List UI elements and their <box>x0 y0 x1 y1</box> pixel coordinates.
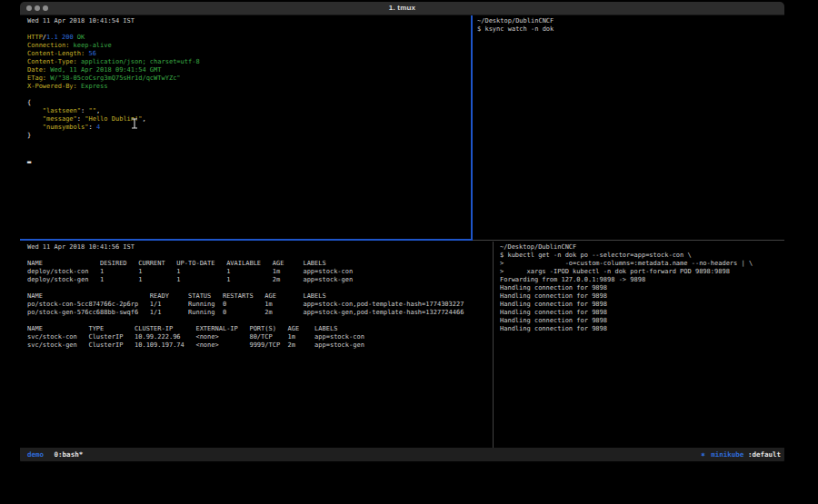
pane-ksync-watch[interactable]: ~/Desktop/DublinCNCF$ ksync watch -n dok <box>474 15 784 239</box>
terminal-line: > -o=custom-columns=:metadata.name --no-… <box>500 260 784 268</box>
terminal-line: deploy/stock-gen 1 1 1 1 2m app=stock-ge… <box>27 276 492 284</box>
kube-context: minikube <box>711 450 743 459</box>
close-button-icon[interactable] <box>26 5 32 11</box>
terminal-line: } <box>27 132 471 140</box>
terminal-line: Date: Wed, 11 Apr 2018 09:41:54 GMT <box>27 66 471 74</box>
terminal-line <box>27 140 471 148</box>
terminal-line: Handling connection for 9898 <box>500 317 784 325</box>
window-title: 1. tmux <box>20 2 784 15</box>
window-list-item[interactable]: 0:bash* <box>55 450 84 459</box>
minimize-button-icon[interactable] <box>35 5 40 11</box>
terminal-line: Handling connection for 9898 <box>500 301 784 309</box>
pane-http-response[interactable]: Wed 11 Apr 2018 10:41:54 IST HTTP/1.1 20… <box>20 15 471 239</box>
window-titlebar[interactable]: 1. tmux <box>20 2 784 15</box>
pane-divider-horizontal-active[interactable] <box>20 239 473 241</box>
terminal-line <box>27 91 471 99</box>
terminal-line: { <box>27 99 471 107</box>
terminal-line: X-Powered-By: Express <box>27 83 471 91</box>
terminal-line: Forwarding from 127.0.0.1:9898 -> 9898 <box>500 276 784 284</box>
terminal-line: NAME DESIRED CURRENT UP-TO-DATE AVAILABL… <box>27 260 492 268</box>
kube-namespace: :default <box>748 450 781 459</box>
terminal-line: Handling connection for 9898 <box>500 292 784 301</box>
terminal-line: Handling connection for 9898 <box>500 284 784 292</box>
terminal-line: ~/Desktop/DublinCNCF <box>477 17 784 25</box>
terminal-line: NAME TYPE CLUSTER-IP EXTERNAL-IP PORT(S)… <box>27 325 492 333</box>
pane-port-forward[interactable]: ~/Desktop/DublinCNCF$ kubectl get -n dok… <box>496 242 784 448</box>
terminal-line: Handling connection for 9898 <box>500 309 784 317</box>
terminal-line: "numsymbols": 4 <box>27 124 471 132</box>
terminal-line <box>27 317 492 325</box>
terminal-line: Content-Type: application/json; charset=… <box>27 58 471 66</box>
terminal-line: $ ksync watch -n dok <box>477 25 784 34</box>
terminal-line: HTTP/1.1 200 OK <box>27 34 471 42</box>
pane-kubectl-resources[interactable]: Wed 11 Apr 2018 10:41:56 IST NAME DESIRE… <box>20 242 492 448</box>
pane-divider-vertical-top[interactable] <box>471 15 473 239</box>
session-name: demo <box>27 450 44 459</box>
terminal-line: svc/stock-con ClusterIP 10.99.222.96 <no… <box>27 333 492 341</box>
terminal-line <box>27 252 492 260</box>
status-left: demo 0:bash* <box>27 448 83 461</box>
tmux-status-bar: demo 0:bash* ⎈ minikube :default <box>20 448 784 461</box>
terminal-line: NAME READY STATUS RESTARTS AGE LABELS <box>27 292 492 301</box>
terminal-line: "lastseen": "", <box>27 107 471 115</box>
tmux-screen: Wed 11 Apr 2018 10:41:54 IST HTTP/1.1 20… <box>20 15 784 448</box>
terminal-line <box>27 284 492 292</box>
terminal-line: ▂ <box>27 156 471 164</box>
terminal-line: > xargs -IPOD kubectl -n dok port-forwar… <box>500 268 784 276</box>
pane-divider-vertical-bottom[interactable] <box>493 242 494 448</box>
traffic-lights <box>26 5 48 11</box>
terminal-window: 1. tmux Wed 11 Apr 2018 10:41:54 IST HTT… <box>20 2 784 463</box>
terminal-line: $ kubectl get -n dok po --selector=app=s… <box>500 252 784 260</box>
terminal-line: Content-Length: 56 <box>27 50 471 58</box>
terminal-line <box>27 148 471 156</box>
text-cursor-pointer <box>131 115 138 126</box>
terminal-line: po/stock-gen-576cc688bb-swqf6 1/1 Runnin… <box>27 309 492 317</box>
kubernetes-helm-icon: ⎈ <box>701 450 705 459</box>
terminal-line: Handling connection for 9898 <box>500 325 784 333</box>
desktop: 1. tmux Wed 11 Apr 2018 10:41:54 IST HTT… <box>0 0 818 504</box>
terminal-line <box>27 25 471 34</box>
terminal-line: Wed 11 Apr 2018 10:41:56 IST <box>27 243 492 252</box>
terminal-line: ~/Desktop/DublinCNCF <box>500 243 784 252</box>
zoom-button-icon[interactable] <box>43 5 48 11</box>
terminal-line: deploy/stock-con 1 1 1 1 1m app=stock-co… <box>27 268 492 276</box>
terminal-line: svc/stock-gen ClusterIP 10.109.197.74 <n… <box>27 341 492 350</box>
terminal-line: po/stock-con-5cc874766c-2p6rp 1/1 Runnin… <box>27 301 492 309</box>
pane-divider-horizontal[interactable] <box>473 240 784 241</box>
terminal-line: Connection: keep-alive <box>27 42 471 50</box>
terminal-line: Wed 11 Apr 2018 10:41:54 IST <box>27 17 471 25</box>
terminal-line: ETag: W/"38-05coCsrg3mQ75sHr1d/qcWTwYZc" <box>27 74 471 83</box>
status-right: ⎈ minikube :default <box>701 448 781 461</box>
terminal-line: "message": "Hello Dublin!", <box>27 115 471 124</box>
